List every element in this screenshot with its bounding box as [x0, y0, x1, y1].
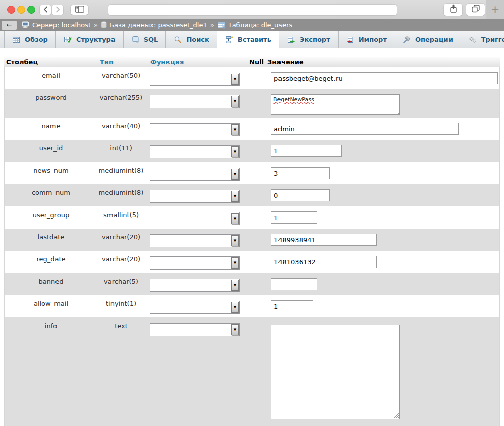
field-type-news_num: mediumint(8): [97, 162, 148, 184]
function-select-banned[interactable]: ▼: [150, 279, 240, 292]
text-caret: [315, 96, 315, 102]
breadcrumb: ← Сервер: localhost » База данных: passr…: [0, 19, 504, 31]
browser-forward-button[interactable]: [52, 5, 63, 15]
browser-back-button[interactable]: [40, 5, 51, 15]
maximize-window-button[interactable]: [27, 6, 35, 14]
value-textarea-info[interactable]: [271, 325, 400, 419]
value-input-reg_date[interactable]: [271, 256, 377, 268]
header-value: Значение: [267, 58, 500, 66]
tab-label: Поиск: [186, 36, 209, 43]
sidebar-toggle-button[interactable]: [71, 5, 88, 15]
tab-search[interactable]: Поиск: [166, 31, 217, 48]
value-input-user_group[interactable]: [271, 211, 317, 224]
minimize-window-button[interactable]: [17, 6, 25, 14]
chevron-right-icon: [55, 5, 60, 15]
field-name-email: email: [5, 67, 97, 89]
breadcrumb-back-button[interactable]: ←: [2, 21, 17, 30]
new-tab-button[interactable]: +: [486, 0, 504, 19]
value-input-allow_mail[interactable]: [271, 300, 313, 312]
field-name-reg_date: reg_date: [5, 251, 97, 273]
tab-sql[interactable]: SQL: [124, 31, 166, 48]
field-name-name: name: [5, 118, 97, 140]
table-icon: [217, 22, 226, 29]
function-select-info[interactable]: ▼: [150, 323, 240, 336]
tab-label: SQL: [144, 36, 158, 43]
null-cell: [249, 162, 268, 184]
select-arrow-icon: ▼: [231, 146, 239, 157]
value-input-user_id[interactable]: [271, 145, 342, 157]
tab-export[interactable]: Экспорт: [279, 31, 339, 48]
select-arrow-icon: ▼: [231, 96, 239, 107]
address-bar[interactable]: [108, 5, 397, 15]
select-arrow-icon: ▼: [231, 169, 239, 180]
function-select-user_group[interactable]: ▼: [150, 212, 240, 225]
breadcrumb-database[interactable]: База данных: passreset_dle1: [101, 21, 207, 29]
field-row-banned: banned varchar(5) ▼: [5, 273, 499, 295]
tab-triggers[interactable]: Триггеры: [461, 31, 504, 48]
field-row-email: email varchar(50) ▼: [5, 67, 499, 89]
tab-import[interactable]: Импорт: [339, 31, 395, 48]
value-input-banned[interactable]: [271, 278, 317, 290]
null-cell: [249, 184, 268, 206]
field-name-news_num: news_num: [5, 162, 97, 184]
null-cell: [249, 89, 268, 118]
insert-page: Столбец Тип Функция Null Значение email …: [0, 57, 504, 426]
field-name-lastdate: lastdate: [5, 229, 97, 251]
browser-chrome: +: [0, 0, 504, 19]
field-row-reg_date: reg_date varchar(20) ▼: [5, 251, 499, 273]
field-row-comm_num: comm_num mediumint(8) ▼: [5, 184, 499, 206]
field-type-user_id: int(11): [97, 140, 148, 162]
close-window-button[interactable]: [7, 6, 15, 14]
sidebar-icon: [75, 5, 84, 15]
tab-overview-button[interactable]: [466, 4, 485, 16]
field-row-info: info text ▼: [5, 317, 499, 426]
function-select-user_id[interactable]: ▼: [150, 145, 240, 158]
tab-insert[interactable]: Вставить: [217, 31, 279, 48]
function-select-reg_date[interactable]: ▼: [150, 256, 240, 270]
value-input-lastdate[interactable]: [271, 234, 377, 246]
value-input-comm_num[interactable]: [271, 189, 330, 201]
tab-label: Импорт: [359, 36, 387, 43]
null-cell: [249, 251, 268, 273]
breadcrumb-table[interactable]: Таблица: dle_users: [217, 21, 293, 29]
import-icon: [346, 36, 354, 44]
value-textarea-password[interactable]: BegetNewPass: [271, 94, 400, 115]
insert-rows: email varchar(50) ▼ password varchar(255…: [4, 67, 500, 426]
field-type-info: text: [97, 317, 148, 426]
field-name-user_id: user_id: [5, 140, 97, 162]
textarea-text: BegetNewPass: [273, 96, 314, 103]
function-select-name[interactable]: ▼: [150, 123, 240, 136]
function-select-email[interactable]: ▼: [150, 73, 240, 86]
tabs-overview-icon: [472, 5, 480, 15]
share-icon: [450, 4, 457, 15]
select-arrow-icon: ▼: [231, 257, 239, 269]
function-select-lastdate[interactable]: ▼: [150, 234, 240, 247]
field-type-user_group: smallint(5): [97, 206, 148, 229]
function-select-allow_mail[interactable]: ▼: [150, 301, 240, 314]
breadcrumb-server[interactable]: Сервер: localhost: [22, 21, 91, 29]
value-input-news_num[interactable]: [271, 167, 330, 179]
select-arrow-icon: ▼: [231, 124, 239, 135]
value-input-name[interactable]: [271, 123, 459, 135]
null-cell: [249, 273, 268, 295]
header-type[interactable]: Тип: [97, 58, 147, 66]
function-select-comm_num[interactable]: ▼: [150, 190, 240, 203]
tab-label: Вставить: [238, 36, 271, 43]
null-cell: [249, 317, 268, 426]
tab-browse[interactable]: Обзор: [4, 31, 56, 48]
share-button[interactable]: [444, 4, 462, 16]
tab-operations[interactable]: Операции: [395, 31, 461, 48]
null-cell: [249, 118, 268, 140]
function-select-password[interactable]: ▼: [150, 95, 240, 108]
field-row-user_id: user_id int(11) ▼: [5, 140, 499, 162]
tab-structure[interactable]: Структура: [56, 31, 124, 48]
value-input-email[interactable]: [271, 72, 498, 84]
chevron-left-icon: [43, 5, 48, 15]
field-name-allow_mail: allow_mail: [5, 295, 97, 317]
function-select-news_num[interactable]: ▼: [150, 168, 240, 181]
insert-icon: [225, 36, 233, 44]
header-function[interactable]: Функция: [147, 58, 248, 66]
server-icon: [22, 21, 30, 29]
export-icon: [287, 36, 295, 44]
field-row-lastdate: lastdate varchar(20) ▼: [5, 229, 499, 251]
